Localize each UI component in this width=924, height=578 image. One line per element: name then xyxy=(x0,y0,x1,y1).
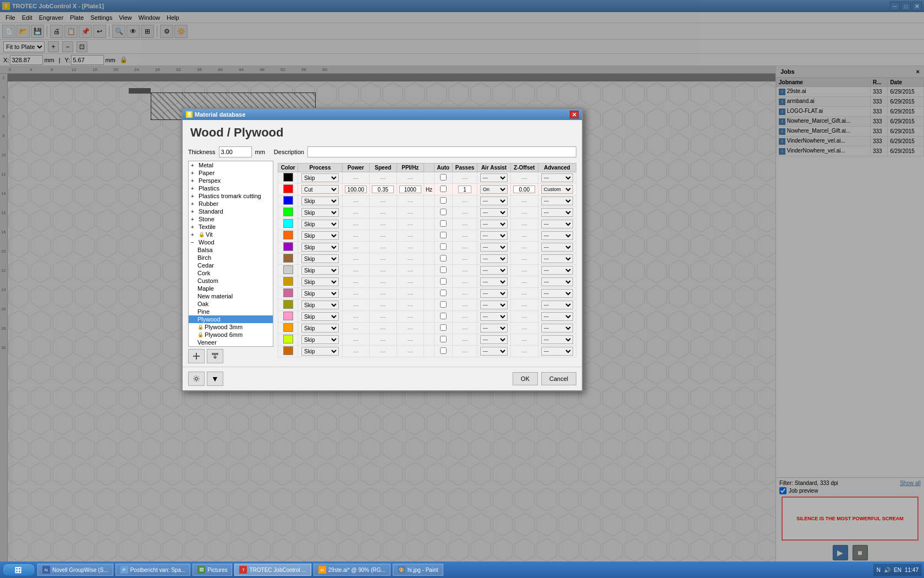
process-select-2[interactable]: SkipCutEngrave xyxy=(301,185,339,194)
auto-check-2[interactable] xyxy=(440,186,447,192)
tree-item-vit[interactable]: + 🔒 Vit xyxy=(189,231,273,238)
material-tree[interactable]: + Metal + Paper + Perspex + xyxy=(188,161,273,347)
air-select-2[interactable]: OnOff xyxy=(480,185,508,194)
adv-select-9[interactable]: --- xyxy=(541,266,573,275)
process-select-14[interactable]: Skip xyxy=(301,324,339,332)
air-select-11[interactable]: --- xyxy=(480,289,508,298)
air-select-12[interactable]: --- xyxy=(480,301,508,309)
adv-select-2[interactable]: CustomAdvanced--- xyxy=(541,185,573,194)
auto-check-12[interactable] xyxy=(440,301,447,308)
adv-select-14[interactable]: --- xyxy=(541,324,573,332)
auto-check-7[interactable] xyxy=(440,243,447,250)
auto-check-13[interactable] xyxy=(440,313,447,319)
taskbar-item-groupwise[interactable]: N Novell GroupWise (S... xyxy=(37,564,113,576)
tree-item-standard[interactable]: + Standard xyxy=(189,208,273,215)
taskbar-item-pictures[interactable]: 🖼 Pictures xyxy=(193,564,232,576)
power-input-2[interactable] xyxy=(345,186,367,193)
adv-select-5[interactable]: --- xyxy=(541,220,573,228)
tree-item-rubber[interactable]: + Rubber xyxy=(189,200,273,208)
process-select-5[interactable]: Skip xyxy=(301,220,339,228)
air-select-16[interactable]: --- xyxy=(480,347,508,356)
tree-item-birch[interactable]: Birch xyxy=(189,254,273,261)
ppi-input-2[interactable] xyxy=(399,186,421,193)
auto-check-14[interactable] xyxy=(440,324,447,331)
tree-item-new-material[interactable]: New material xyxy=(189,292,273,300)
adv-select-15[interactable]: --- xyxy=(541,335,573,344)
air-select-5[interactable]: --- xyxy=(480,220,508,228)
process-select-3[interactable]: Skip xyxy=(301,197,339,205)
process-select-16[interactable]: Skip xyxy=(301,347,339,356)
tree-item-cork[interactable]: Cork xyxy=(189,269,273,277)
auto-check-11[interactable] xyxy=(440,290,447,296)
tree-item-wood[interactable]: − Wood xyxy=(189,238,273,246)
description-input[interactable] xyxy=(307,146,576,157)
auto-check-5[interactable] xyxy=(440,220,447,227)
auto-check-3[interactable] xyxy=(440,197,447,204)
thickness-input[interactable] xyxy=(219,146,252,157)
process-select-8[interactable]: Skip xyxy=(301,254,339,263)
start-button[interactable]: ⊞ xyxy=(2,563,35,576)
z-input-2[interactable] xyxy=(513,186,535,193)
auto-check-1[interactable] xyxy=(440,174,447,181)
tree-item-plastics[interactable]: + Plastics xyxy=(189,184,273,192)
process-select-12[interactable]: Skip xyxy=(301,301,339,309)
process-select-10[interactable]: Skip xyxy=(301,277,339,286)
adv-select-16[interactable]: --- xyxy=(541,347,573,356)
process-select-11[interactable]: Skip xyxy=(301,289,339,298)
air-select-4[interactable]: --- xyxy=(480,208,508,217)
tree-item-cedar[interactable]: Cedar xyxy=(189,261,273,269)
tree-item-oak[interactable]: Oak xyxy=(189,300,273,308)
process-select-6[interactable]: Skip xyxy=(301,231,339,240)
add-material-btn[interactable] xyxy=(188,349,205,363)
process-select-15[interactable]: Skip xyxy=(301,335,339,344)
process-select-13[interactable]: Skip xyxy=(301,312,339,321)
air-select-6[interactable]: --- xyxy=(480,231,508,240)
adv-select-6[interactable]: --- xyxy=(541,231,573,240)
air-select-14[interactable]: --- xyxy=(480,324,508,332)
air-select-15[interactable]: --- xyxy=(480,335,508,344)
settings-icon-btn[interactable] xyxy=(188,372,205,386)
ok-button[interactable]: OK xyxy=(513,372,538,385)
tree-item-maple[interactable]: Maple xyxy=(189,285,273,292)
process-select-1[interactable]: SkipCutEngrave xyxy=(301,173,339,182)
dropdown-btn[interactable]: ▼ xyxy=(207,372,223,386)
adv-select-7[interactable]: --- xyxy=(541,243,573,252)
tree-item-plywood6mm[interactable]: 🔒 Plywood 6mm xyxy=(189,331,273,339)
air-select-13[interactable]: --- xyxy=(480,312,508,321)
process-select-7[interactable]: Skip xyxy=(301,243,339,252)
air-select-10[interactable]: --- xyxy=(480,277,508,286)
tree-item-metal[interactable]: + Metal xyxy=(189,161,273,169)
tree-item-veneer[interactable]: Veneer xyxy=(189,339,273,346)
air-select-7[interactable]: --- xyxy=(480,243,508,252)
auto-check-16[interactable] xyxy=(440,347,447,354)
tree-item-textile[interactable]: + Textile xyxy=(189,223,273,231)
adv-select-4[interactable]: --- xyxy=(541,208,573,217)
air-select-3[interactable]: --- xyxy=(480,197,508,205)
air-select-1[interactable]: --- xyxy=(480,173,508,182)
tree-item-pine[interactable]: Pine xyxy=(189,308,273,315)
process-select-4[interactable]: Skip xyxy=(301,208,339,217)
adv-select-12[interactable]: --- xyxy=(541,301,573,309)
auto-check-8[interactable] xyxy=(440,255,447,261)
taskbar-item-illustrator[interactable]: Ai 29ste.ai* @ 90% (RG... xyxy=(314,564,391,576)
tree-item-stone[interactable]: + Stone xyxy=(189,215,273,223)
passes-input-2[interactable] xyxy=(458,186,471,193)
adv-select-11[interactable]: --- xyxy=(541,289,573,298)
tree-item-custom[interactable]: Custom xyxy=(189,277,273,285)
tree-item-plywood3mm[interactable]: 🔒 Plywood 3mm xyxy=(189,323,273,331)
tree-item-perspex[interactable]: + Perspex xyxy=(189,177,273,184)
taskbar-item-postbericht[interactable]: P Postbericht van: Spa... xyxy=(116,564,191,576)
tree-item-paper[interactable]: + Paper xyxy=(189,169,273,177)
adv-select-13[interactable]: --- xyxy=(541,312,573,321)
adv-select-1[interactable]: --- xyxy=(541,173,573,182)
cancel-button[interactable]: Cancel xyxy=(541,372,576,385)
adv-select-3[interactable]: --- xyxy=(541,197,573,205)
auto-check-9[interactable] xyxy=(440,266,447,273)
auto-check-4[interactable] xyxy=(440,209,447,215)
auto-check-10[interactable] xyxy=(440,278,447,285)
dialog-close-button[interactable]: ✕ xyxy=(570,111,579,118)
taskbar-item-trotec[interactable]: T TROTEC JobControl ... xyxy=(234,564,311,576)
auto-check-6[interactable] xyxy=(440,232,447,238)
process-select-9[interactable]: Skip xyxy=(301,266,339,275)
tree-item-plastics-tromark[interactable]: + Plastics tromark cutting xyxy=(189,192,273,200)
